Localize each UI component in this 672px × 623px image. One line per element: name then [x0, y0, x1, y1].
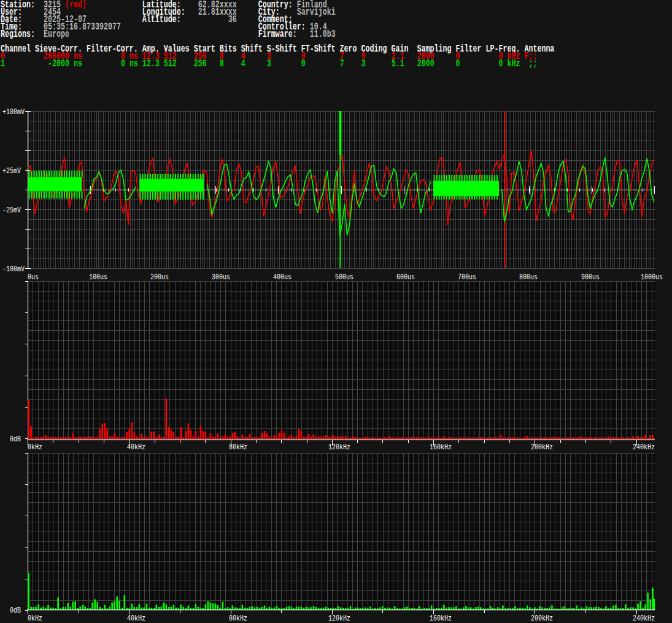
svg-text:40kHz: 40kHz: [127, 443, 145, 452]
svg-text:400us: 400us: [273, 273, 292, 282]
svg-text:120kHz: 120kHz: [328, 614, 350, 623]
svg-text:-100mV: -100mV: [2, 265, 25, 274]
svg-text:80kHz: 80kHz: [229, 614, 247, 623]
svg-text:600us: 600us: [396, 273, 415, 282]
svg-text:0kHz: 0kHz: [28, 614, 42, 623]
svg-text:0dB: 0dB: [10, 435, 21, 444]
svg-text:160kHz: 160kHz: [430, 614, 452, 623]
svg-text:500us: 500us: [335, 273, 353, 282]
svg-text:200kHz: 200kHz: [531, 443, 553, 452]
svg-text:200us: 200us: [150, 273, 169, 282]
svg-text:700us: 700us: [458, 273, 476, 282]
svg-text:240kHz: 240kHz: [633, 443, 655, 452]
svg-text:0dB: 0dB: [10, 606, 21, 615]
svg-text:80kHz: 80kHz: [229, 443, 247, 452]
svg-text:120kHz: 120kHz: [328, 443, 350, 452]
svg-text:+100mV: +100mV: [2, 107, 25, 117]
svg-text:-25mV: -25mV: [2, 206, 21, 215]
svg-text:0us: 0us: [28, 273, 39, 282]
svg-text:40kHz: 40kHz: [127, 614, 145, 623]
svg-text:160kHz: 160kHz: [430, 443, 452, 452]
svg-text:900us: 900us: [581, 273, 600, 282]
svg-text:800us: 800us: [519, 273, 538, 282]
svg-text:300us: 300us: [212, 273, 230, 282]
svg-text:0kHz: 0kHz: [28, 443, 42, 452]
svg-text:240kHz: 240kHz: [633, 614, 655, 623]
svg-text:200kHz: 200kHz: [531, 614, 553, 623]
svg-text:+25mV: +25mV: [2, 166, 21, 176]
svg-text:100us: 100us: [89, 273, 107, 282]
svg-text:1000us: 1000us: [641, 273, 663, 282]
